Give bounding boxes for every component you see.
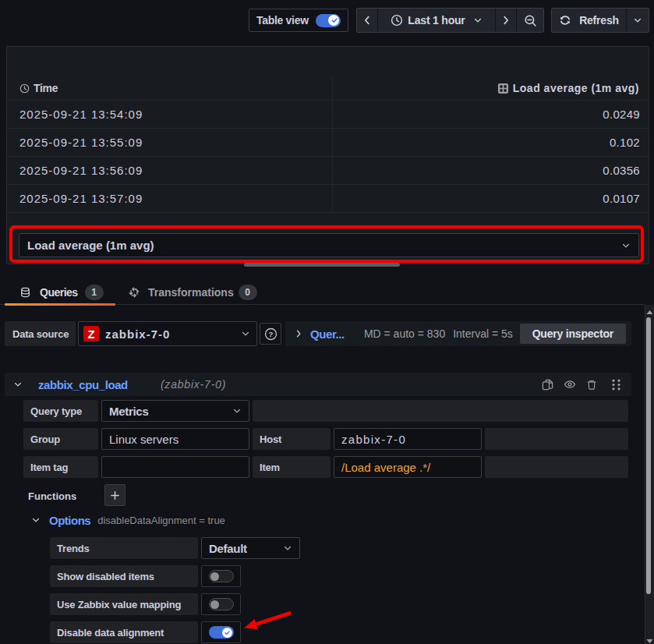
svg-text:?: ?: [268, 330, 273, 338]
